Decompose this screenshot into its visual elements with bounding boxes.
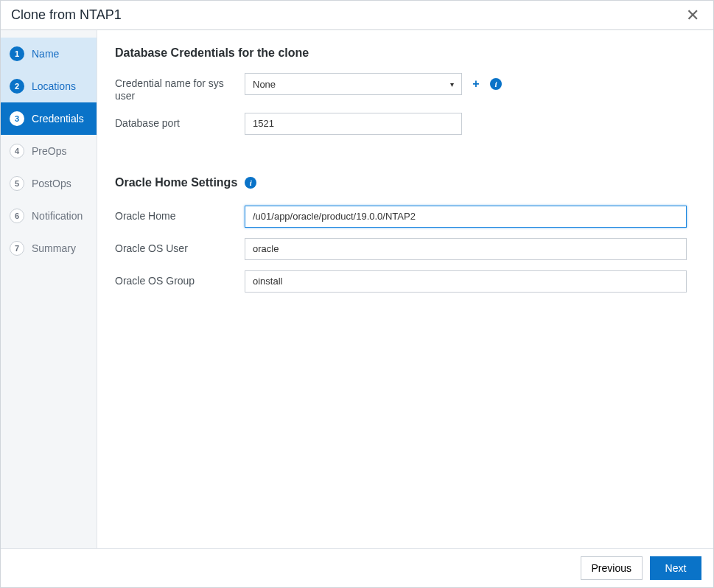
- row-oracle-os-user: Oracle OS User: [115, 238, 693, 260]
- step-preops[interactable]: 4 PreOps: [1, 135, 97, 167]
- step-label: Name: [32, 48, 59, 60]
- database-port-input[interactable]: [245, 113, 462, 135]
- plus-icon: +: [472, 77, 479, 90]
- step-credentials[interactable]: 3 Credentials: [1, 102, 97, 135]
- step-number: 4: [10, 144, 24, 158]
- clone-dialog: Clone from NTAP1 ✕ 1 Name 2 Locations 3 …: [0, 0, 714, 588]
- wizard-sidebar: 1 Name 2 Locations 3 Credentials 4 PreOp…: [1, 30, 97, 548]
- controls-credential-name: None ▾ + i: [245, 73, 502, 95]
- oracle-os-group-input[interactable]: [245, 270, 687, 293]
- section-oraclehome-title-wrap: Oracle Home Settings i: [115, 176, 256, 189]
- controls-oracle-home: [245, 206, 687, 228]
- oracle-os-user-input[interactable]: [245, 238, 687, 260]
- section-oraclehome-title: Oracle Home Settings: [115, 176, 237, 189]
- label-oracle-home: Oracle Home: [115, 206, 245, 223]
- step-number: 7: [10, 241, 24, 256]
- close-button[interactable]: ✕: [682, 5, 703, 26]
- step-label: Credentials: [32, 113, 84, 125]
- close-icon: ✕: [686, 6, 699, 24]
- step-number: 2: [10, 79, 24, 94]
- row-database-port: Database port: [115, 113, 693, 135]
- label-oracle-os-user: Oracle OS User: [115, 238, 245, 255]
- controls-database-port: [245, 113, 462, 135]
- next-button[interactable]: Next: [650, 556, 701, 580]
- titlebar: Clone from NTAP1 ✕: [1, 1, 713, 30]
- step-locations[interactable]: 2 Locations: [1, 70, 97, 102]
- step-label: PreOps: [32, 145, 66, 157]
- step-number: 1: [10, 46, 24, 61]
- previous-button[interactable]: Previous: [581, 556, 643, 580]
- credential-select-value: None: [253, 79, 276, 90]
- step-number: 6: [10, 209, 24, 223]
- dialog-footer: Previous Next: [1, 548, 713, 587]
- step-notification[interactable]: 6 Notification: [1, 200, 97, 232]
- controls-oracle-os-user: [245, 238, 687, 260]
- step-summary[interactable]: 7 Summary: [1, 232, 97, 265]
- step-number: 5: [10, 176, 24, 191]
- info-icon[interactable]: i: [490, 78, 502, 90]
- dialog-body: 1 Name 2 Locations 3 Credentials 4 PreOp…: [1, 30, 713, 548]
- credential-select[interactable]: None ▾: [245, 73, 462, 95]
- step-label: Locations: [32, 80, 76, 92]
- row-oracle-os-group: Oracle OS Group: [115, 270, 693, 293]
- row-oracle-home: Oracle Home: [115, 206, 693, 228]
- chevron-down-icon: ▾: [450, 80, 454, 88]
- dialog-title: Clone from NTAP1: [11, 7, 122, 23]
- step-label: PostOps: [32, 178, 71, 189]
- row-credential-name: Credential name for sys user None ▾ + i: [115, 73, 693, 102]
- add-credential-button[interactable]: +: [469, 77, 483, 91]
- main-panel: Database Credentials for the clone Crede…: [97, 30, 713, 548]
- label-credential-name: Credential name for sys user: [115, 73, 245, 102]
- step-number: 3: [10, 111, 24, 126]
- step-name[interactable]: 1 Name: [1, 38, 97, 70]
- oracle-home-input[interactable]: [245, 206, 687, 228]
- info-icon[interactable]: i: [245, 177, 256, 189]
- label-database-port: Database port: [115, 113, 245, 130]
- step-label: Summary: [32, 242, 76, 254]
- step-label: Notification: [32, 210, 83, 222]
- controls-oracle-os-group: [245, 270, 687, 293]
- step-postops[interactable]: 5 PostOps: [1, 167, 97, 200]
- section-credentials-title: Database Credentials for the clone: [115, 46, 693, 60]
- label-oracle-os-group: Oracle OS Group: [115, 270, 245, 287]
